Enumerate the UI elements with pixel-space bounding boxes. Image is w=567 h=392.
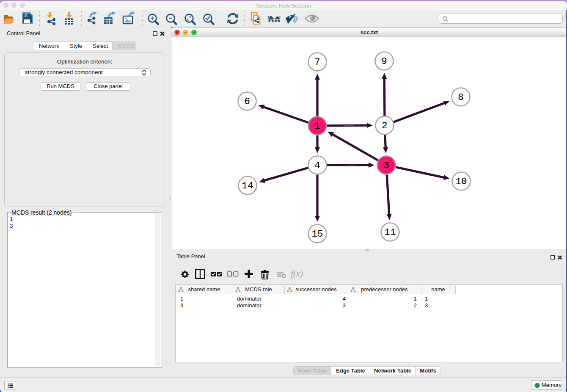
svg-text:1: 1 [314, 121, 320, 132]
svg-text:4: 4 [314, 160, 320, 171]
svg-text:14: 14 [242, 180, 253, 191]
svg-text:15: 15 [311, 229, 323, 240]
svg-text:7: 7 [314, 57, 320, 68]
svg-text:2: 2 [382, 120, 388, 131]
svg-text:10: 10 [455, 176, 467, 187]
svg-text:11: 11 [384, 227, 396, 238]
svg-text:6: 6 [244, 96, 250, 107]
svg-text:8: 8 [458, 92, 464, 103]
svg-text:9: 9 [381, 56, 387, 67]
svg-text:3: 3 [383, 160, 389, 171]
